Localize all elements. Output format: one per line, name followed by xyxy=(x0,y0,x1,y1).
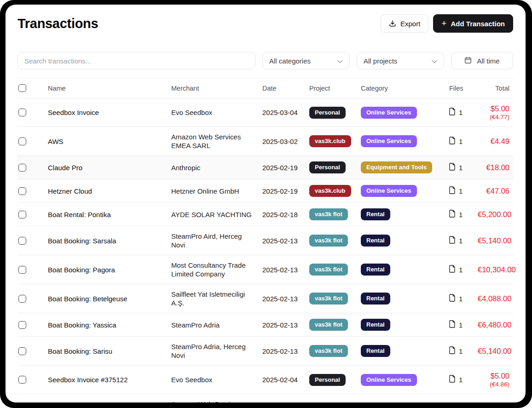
transactions-table: NameMerchantDateProjectCategoryFilesTota… xyxy=(17,78,513,402)
project-badge: Personal xyxy=(309,107,346,119)
row-checkbox-cell xyxy=(17,203,44,226)
row-checkbox[interactable] xyxy=(18,295,26,303)
row-checkbox[interactable] xyxy=(18,211,26,218)
category-badge: Online Services xyxy=(361,374,417,386)
transaction-merchant: SteamPro Adria, Herceg Novi xyxy=(168,337,259,366)
row-checkbox[interactable] xyxy=(18,266,26,274)
transaction-total-cell: €4,088.00 xyxy=(474,284,513,313)
table-row[interactable]: Boat Rental: PontikaAYDE SOLAR YACHTING2… xyxy=(17,203,513,226)
file-icon xyxy=(449,320,456,330)
transaction-files-cell: 1 xyxy=(445,337,474,366)
page-header: Transactions Export + Add Transaction xyxy=(12,13,519,34)
transaction-date: 2025-02-13 xyxy=(259,284,306,313)
transaction-category-cell: Rental xyxy=(357,226,445,255)
table-row[interactable]: Boat Booking: SarsalaSteamPro Aird, Herc… xyxy=(17,226,513,255)
transaction-category-cell: Rental xyxy=(357,284,445,313)
search-input[interactable] xyxy=(17,52,255,69)
table-row[interactable]: Boat Booking: YassicaSteamPro Adria2025-… xyxy=(17,313,513,337)
transaction-category-cell: Online Services xyxy=(357,366,445,394)
transactions-table-container: NameMerchantDateProjectCategoryFilesTota… xyxy=(12,78,519,402)
transaction-date: 2025-03-04 xyxy=(259,98,306,127)
file-icon xyxy=(449,294,456,304)
transaction-name: Boat Booking: Betelgeuse xyxy=(44,284,168,313)
transaction-date: 2025-02-13 xyxy=(259,313,306,337)
file-count: 1 xyxy=(459,265,463,274)
transaction-date: 2025-02-13 xyxy=(259,255,306,284)
transaction-merchant: Anthropic xyxy=(168,156,259,179)
table-row[interactable]: AWSAmazon Web Services EMEA SARL2025-02-… xyxy=(17,394,513,403)
download-icon xyxy=(389,20,396,27)
project-badge: vas3k.club xyxy=(309,185,351,197)
transaction-files-cell: 1 xyxy=(445,127,474,156)
transaction-merchant: SteamPro Aird, Herceg Novi xyxy=(168,226,259,255)
row-checkbox-cell xyxy=(17,255,44,284)
transaction-category-cell: Rental xyxy=(357,337,445,366)
table-row[interactable]: Boat Booking: PagoraMost Consultancy Tra… xyxy=(17,255,513,284)
transaction-total-cell: €5,140.00 xyxy=(474,337,513,366)
header-actions: Export + Add Transaction xyxy=(381,14,513,33)
row-checkbox-cell xyxy=(17,156,44,179)
transaction-total-cell: €5,140.00 xyxy=(474,226,513,255)
file-count: 1 xyxy=(459,236,463,245)
row-checkbox[interactable] xyxy=(18,109,26,116)
table-row[interactable]: Claude ProAnthropic2025-02-19PersonalEqu… xyxy=(17,156,513,179)
row-checkbox[interactable] xyxy=(18,237,26,245)
project-badge: Personal xyxy=(309,161,346,173)
transaction-date: 2025-02-13 xyxy=(259,226,306,255)
transaction-project-cell: vas3k flot xyxy=(306,255,357,284)
calendar-icon xyxy=(464,57,472,65)
file-count: 1 xyxy=(459,347,463,356)
table-row[interactable]: Hetzner CloudHetzner Online GmbH2025-02-… xyxy=(17,179,513,203)
project-filter-dropdown[interactable]: All projects xyxy=(357,52,444,69)
transaction-merchant: Amazon Web Services EMEA SARL xyxy=(168,127,259,156)
row-checkbox[interactable] xyxy=(18,376,26,384)
transaction-category-cell: Online Services xyxy=(357,98,445,127)
row-checkbox[interactable] xyxy=(18,164,26,172)
transaction-date: 2025-02-18 xyxy=(259,203,306,226)
transaction-total-cell: €4.74 xyxy=(474,394,513,403)
transaction-name: Hetzner Cloud xyxy=(44,179,168,203)
column-header-total: Total xyxy=(474,78,513,98)
file-count: 1 xyxy=(459,187,463,195)
row-checkbox[interactable] xyxy=(18,138,26,145)
row-checkbox[interactable] xyxy=(18,347,26,355)
row-checkbox[interactable] xyxy=(18,321,26,329)
transaction-project-cell: vas3k.club xyxy=(306,394,357,403)
table-row[interactable]: Boat Booking: BetelgeuseSailfleet Yat Is… xyxy=(17,284,513,313)
table-row[interactable]: Seedbox InvoiceEvo Seedbox2025-03-04Pers… xyxy=(17,98,513,127)
add-transaction-button[interactable]: + Add Transaction xyxy=(433,14,513,33)
transaction-name: Claude Pro xyxy=(44,156,168,179)
file-count: 1 xyxy=(459,375,463,384)
category-filter-dropdown[interactable]: All categories xyxy=(262,52,350,69)
row-checkbox[interactable] xyxy=(18,187,26,195)
total-amount: €5,140.00 xyxy=(478,346,509,356)
project-badge: vas3k flot xyxy=(309,293,348,305)
transaction-total-cell: $5.00(€4.86) xyxy=(474,366,513,394)
transaction-files-cell: 1 xyxy=(445,98,474,127)
transaction-category-cell: Online Services xyxy=(357,394,445,403)
category-badge: Rental xyxy=(361,264,390,276)
transaction-files-cell: 1 xyxy=(445,366,474,394)
transaction-merchant: Evo Seedbox xyxy=(168,98,259,127)
row-checkbox-cell xyxy=(17,179,44,203)
export-button[interactable]: Export xyxy=(381,14,428,33)
project-badge: vas3k flot xyxy=(309,319,348,331)
transaction-date: 2025-02-19 xyxy=(259,156,306,179)
category-badge: Rental xyxy=(361,293,390,305)
date-range-filter[interactable]: All time xyxy=(451,52,513,69)
select-all-checkbox[interactable] xyxy=(18,84,26,92)
transaction-project-cell: Personal xyxy=(306,98,357,127)
transaction-merchant: SteamPro Adria xyxy=(168,313,259,337)
transaction-files-cell: 1 xyxy=(445,394,474,403)
transaction-category-cell: Rental xyxy=(357,255,445,284)
project-badge: vas3k flot xyxy=(309,345,348,357)
transaction-merchant: Most Consultancy Trade Limited Company xyxy=(168,255,259,284)
table-row[interactable]: AWSAmazon Web Services EMEA SARL2025-03-… xyxy=(17,127,513,156)
transaction-project-cell: vas3k flot xyxy=(306,313,357,337)
table-row[interactable]: Seedbox Invoice #375122Evo Seedbox2025-0… xyxy=(17,366,513,394)
transaction-total-cell: $5.00(€4.77) xyxy=(474,98,513,127)
project-badge: vas3k flot xyxy=(309,235,348,247)
table-row[interactable]: Boat Booking: SarisuSteamPro Adria, Herc… xyxy=(17,337,513,366)
total-amount: €4.49 xyxy=(478,137,509,146)
transaction-merchant: Evo Seedbox xyxy=(168,366,259,394)
